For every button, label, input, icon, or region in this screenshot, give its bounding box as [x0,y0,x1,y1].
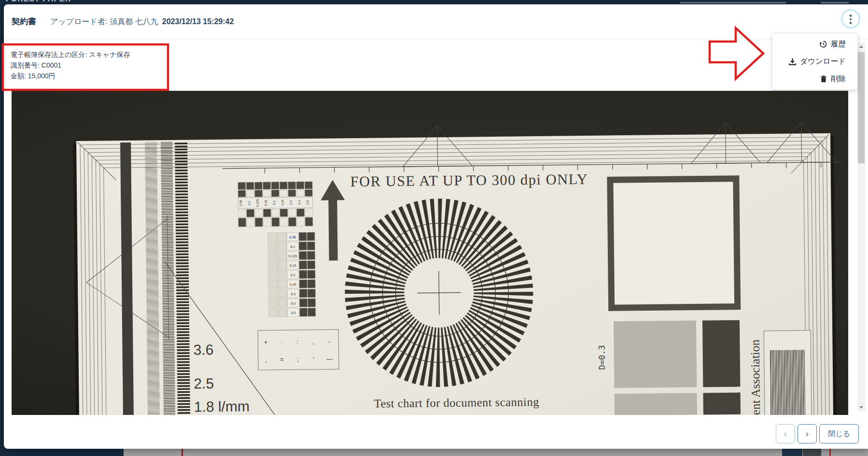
history-icon [819,40,827,48]
scrollbar-down-arrow[interactable] [857,403,865,412]
header-divider [4,39,868,39]
resolution-label-1-8: 1.8 l/mm [194,398,250,414]
association-label: ent Association [748,339,763,415]
svg-text:0.2: 0.2 [291,273,295,277]
svg-text::: : [296,338,298,345]
document-title: 契約書 [12,16,36,27]
metadata-id-number: 識別番号: C0001 [11,60,130,71]
scrollbar-up-arrow[interactable] [857,43,865,51]
background-page-bottom [0,449,868,456]
metadata-amount: 金額: 15,000円 [11,71,130,81]
uploader-name: 須真都 七八九 [110,17,158,26]
background-accent-mark [829,449,831,456]
metadata-classification: 電子帳簿保存法上の区分: スキャナ保存 [11,49,130,60]
background-sidebar-sliver [0,449,124,456]
svg-text:0.08: 0.08 [289,235,296,239]
brand-logo-clipped: FOREST PAPER [6,0,71,3]
next-page-button[interactable]: › [798,424,817,443]
kebab-icon [850,14,852,17]
svg-text:0.4: 0.4 [297,200,301,204]
vertical-scrollbar[interactable] [857,43,865,412]
actions-dropdown-menu: 履歴 ダウンロード 削除 [772,33,858,90]
chart-caption: Test chart for document scanning [374,395,539,410]
download-icon [788,57,797,66]
clipped-nav-text [821,2,849,3]
svg-text:—: — [326,355,333,362]
svg-text:,: , [265,356,267,363]
svg-text:0.1: 0.1 [247,200,251,205]
document-metadata: 電子帳簿保存法上の区分: スキャナ保存 識別番号: C0001 金額: 15,0… [11,49,130,81]
test-chart-artwork: 0.080.10.1250.150.20.250.30.40.5 0.080.1… [12,91,848,415]
svg-text:;: ; [297,356,299,363]
uploader-label: アップロード者: [50,17,107,26]
background-page-top: FOREST PAPER [0,0,868,4]
kebab-icon [850,22,852,24]
menu-item-label: 削除 [831,74,846,84]
svg-text:0.15: 0.15 [290,264,296,267]
density-label: D=0.3 [597,345,607,370]
svg-text:0.3: 0.3 [289,200,293,204]
svg-text:0.25: 0.25 [290,283,296,286]
menu-item-label: ダウンロード [800,57,846,67]
svg-text:0.1: 0.1 [290,245,295,248]
chart-dpi-notice: FOR USE AT UP TO 300 dpi ONLY [350,171,588,190]
clipped-nav-text [680,2,786,3]
resolution-label-3-6: 3.6 [193,342,213,357]
svg-text:0.25: 0.25 [280,200,284,206]
resolution-label-2-5: 2.5 [194,375,214,391]
menu-item-label: 履歴 [831,39,846,49]
trash-icon [820,75,827,83]
svg-text:0.125: 0.125 [256,199,259,207]
svg-text:': ' [313,356,314,363]
svg-text:0.5: 0.5 [291,311,296,314]
upload-timestamp: 2023/12/13 15:29:42 [162,17,234,26]
background-accent-mark [182,449,183,456]
svg-text:0.15: 0.15 [264,200,267,206]
background-accent-mark [782,449,802,456]
background-accent-mark [803,449,821,456]
document-preview-image: 0.080.10.1250.150.20.250.30.40.5 0.080.1… [12,91,848,415]
svg-text:,: , [312,338,314,345]
svg-text:=: = [280,356,284,363]
menu-item-history[interactable]: 履歴 [772,35,857,53]
close-button[interactable]: 閉じる [819,424,859,443]
scrollbar-thumb[interactable] [858,52,865,163]
svg-text:0.2: 0.2 [272,200,276,205]
more-actions-button[interactable] [841,9,860,28]
svg-text:0.125: 0.125 [289,254,297,257]
svg-text:0.3: 0.3 [291,292,295,296]
uploader-info: アップロード者:須真都 七八九2023/12/13 15:29:42 [50,17,234,27]
svg-text:0.08: 0.08 [239,200,242,206]
svg-text:0.5: 0.5 [306,200,309,204]
menu-item-download[interactable]: ダウンロード [772,53,857,70]
menu-item-delete[interactable]: 削除 [772,70,857,87]
svg-text:-: - [328,338,331,345]
app-window: FOREST PAPER 契約書 アップロード者:須真都 七八九2023/12/… [0,0,868,456]
svg-text:+: + [264,339,268,346]
background-page-left [0,0,4,456]
svg-text:0.4: 0.4 [291,301,296,305]
svg-text:·: · [280,339,283,346]
kebab-icon [850,18,852,21]
previous-page-button[interactable]: ‹ [776,424,795,443]
